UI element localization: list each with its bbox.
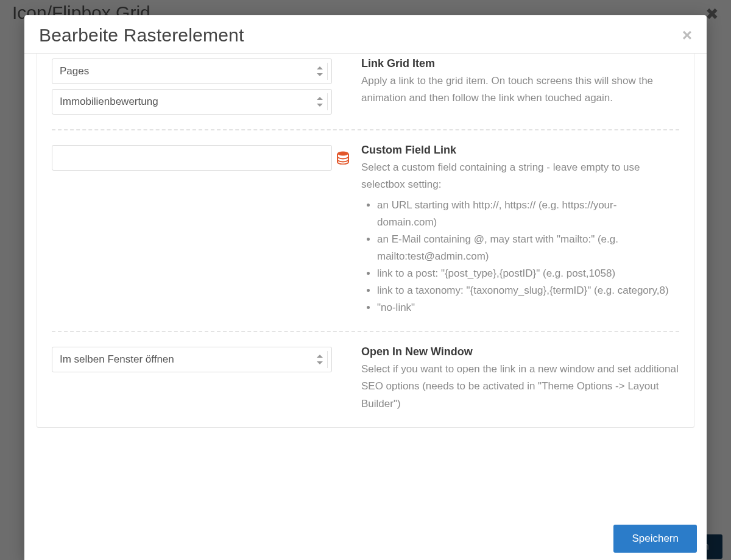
svg-point-0 (337, 152, 348, 156)
link-page-select[interactable]: Immobilienbewertung (52, 89, 332, 115)
new-window-controls: Im selben Fenster öffnen (52, 344, 332, 412)
divider (52, 331, 679, 332)
custom-field-desc: Select a custom field containing a strin… (361, 159, 679, 193)
new-window-value: Im selben Fenster öffnen (60, 353, 174, 366)
sort-icon (317, 355, 323, 364)
link-grid-description: Link Grid Item Apply a link to the grid … (361, 56, 679, 115)
list-item: "no-link" (377, 299, 679, 316)
custom-field-description: Custom Field Link Select a custom field … (361, 143, 679, 316)
link-grid-controls: Pages Immobilienbewertung (52, 56, 332, 115)
link-grid-title: Link Grid Item (361, 57, 679, 70)
link-type-value: Pages (60, 65, 89, 77)
new-window-title: Open In New Window (361, 346, 679, 358)
custom-field-list: an URL starting with http://, https:// (… (361, 197, 679, 316)
database-icon[interactable] (337, 151, 349, 165)
modal-header: Bearbeite Rasterelement × (24, 15, 707, 54)
modal-footer: Speichern (24, 512, 707, 560)
list-item: link to a taxonomy: "{taxonomy_slug},{te… (377, 282, 679, 299)
new-window-description: Open In New Window Select if you want to… (361, 344, 679, 412)
row-custom-field: Custom Field Link Select a custom field … (37, 143, 694, 316)
edit-grid-item-modal: Bearbeite Rasterelement × Pages Immobili… (24, 15, 707, 560)
row-link-grid: Pages Immobilienbewertung Link Grid Item… (37, 56, 694, 115)
custom-field-input[interactable] (52, 145, 332, 171)
link-grid-desc: Apply a link to the grid item. On touch … (361, 73, 679, 107)
link-page-value: Immobilienbewertung (60, 96, 158, 108)
list-item: link to a post: "{post_type},{postID}" (… (377, 265, 679, 282)
new-window-select[interactable]: Im selben Fenster öffnen (52, 347, 332, 372)
list-item: an URL starting with http://, https:// (… (377, 197, 679, 231)
sort-icon (317, 97, 323, 107)
link-type-select[interactable]: Pages (52, 58, 332, 84)
divider (52, 129, 679, 130)
list-item: an E-Mail containing @, may start with "… (377, 231, 679, 265)
modal-title: Bearbeite Rasterelement (39, 25, 244, 46)
row-new-window: Im selben Fenster öffnen Open In New Win… (37, 344, 694, 412)
save-button[interactable]: Speichern (613, 525, 697, 553)
close-icon[interactable]: × (682, 27, 692, 44)
new-window-desc: Select if you want to open the link in a… (361, 361, 679, 412)
custom-field-controls (52, 143, 332, 316)
modal-body: Pages Immobilienbewertung Link Grid Item… (24, 54, 707, 512)
custom-field-title: Custom Field Link (361, 144, 679, 157)
settings-panel: Pages Immobilienbewertung Link Grid Item… (37, 54, 694, 428)
sort-icon (317, 66, 323, 76)
